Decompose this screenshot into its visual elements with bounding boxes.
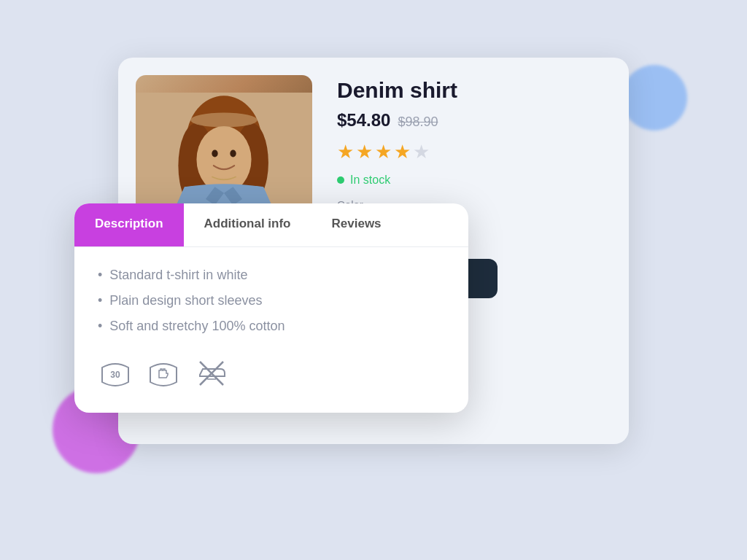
list-item: • Standard t-shirt in white <box>98 268 445 283</box>
star-1: ★ <box>337 141 354 163</box>
care-no-iron-icon <box>194 354 229 389</box>
description-list: • Standard t-shirt in white • Plain desi… <box>98 268 445 334</box>
list-item: • Soft and stretchy 100% cotton <box>98 319 445 334</box>
star-4: ★ <box>394 141 411 163</box>
care-wash-30-icon: 30 <box>98 354 133 389</box>
product-title: Denim shirt <box>337 78 611 103</box>
stock-row: In stock <box>337 174 611 187</box>
price-original: $98.90 <box>398 114 438 130</box>
svg-point-10 <box>190 113 258 128</box>
list-item: • Plain design short sleeves <box>98 293 445 308</box>
bullet-icon: • <box>98 268 102 283</box>
star-3: ★ <box>375 141 392 163</box>
tab-additional-info[interactable]: Additional info <box>184 203 311 246</box>
svg-point-5 <box>196 126 251 193</box>
svg-point-7 <box>230 149 236 157</box>
scene: Denim shirt $54.80 $98.90 ★ ★ ★ ★ ★ In s… <box>74 43 673 517</box>
tab-reviews[interactable]: Reviews <box>311 203 402 246</box>
bullet-icon: • <box>98 293 102 308</box>
stock-text: In stock <box>350 174 390 187</box>
tab-content: • Standard t-shirt in white • Plain desi… <box>74 247 468 413</box>
tabs-row: Description Additional info Reviews <box>74 203 468 247</box>
svg-text:30: 30 <box>110 370 120 380</box>
tab-description[interactable]: Description <box>74 203 184 246</box>
stock-dot <box>337 176 344 184</box>
price-current: $54.80 <box>337 110 390 131</box>
stars-row: ★ ★ ★ ★ ★ <box>337 141 611 163</box>
star-5: ★ <box>413 141 430 163</box>
svg-point-6 <box>212 149 217 157</box>
bullet-icon: • <box>98 319 102 334</box>
price-row: $54.80 $98.90 <box>337 110 611 131</box>
star-2: ★ <box>356 141 373 163</box>
description-card: Description Additional info Reviews • St… <box>74 203 468 413</box>
care-hand-wash-icon <box>146 354 181 389</box>
blob-blue <box>622 65 687 131</box>
care-icons-row: 30 <box>98 354 445 389</box>
